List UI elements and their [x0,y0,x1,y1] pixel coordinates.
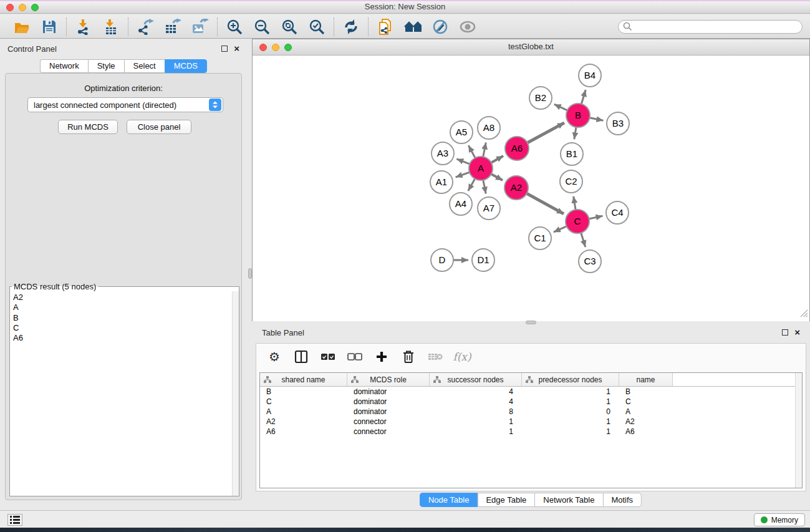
result-item[interactable]: A2 [11,293,231,302]
table-cell[interactable]: connector [347,417,430,427]
tab-style[interactable]: Style [88,59,124,73]
table-cell[interactable]: A6 [619,427,673,437]
mcds-result-legend: MCDS result (5 nodes) [12,282,98,291]
export-network-icon[interactable] [137,18,154,36]
table-cell[interactable]: 1 [522,387,619,397]
column-header-successor-nodes[interactable]: successor nodes [430,373,522,386]
memory-button[interactable]: Memory [754,513,805,526]
tab-node-table[interactable]: Node Table [420,493,478,507]
import-network-icon[interactable] [75,18,92,36]
zoom-fit-icon[interactable] [281,18,298,36]
table-cell[interactable]: B [260,387,347,397]
zoom-selected-icon[interactable] [308,18,325,36]
table-cell[interactable]: 1 [430,417,522,427]
table-cell[interactable]: 1 [522,417,619,427]
table-cell[interactable]: 1 [522,427,619,437]
export-image-icon[interactable] [191,18,209,36]
save-session-icon[interactable] [41,18,58,36]
table-row[interactable]: Bdominator41B [260,387,802,397]
zoom-out-icon[interactable] [253,18,271,36]
tab-edge-table[interactable]: Edge Table [477,493,534,507]
window-resize-grip[interactable] [800,309,808,319]
tab-network[interactable]: Network [40,59,88,73]
table-row[interactable]: A6connector11A6 [260,427,802,437]
export-table-icon[interactable] [164,18,181,36]
search-field[interactable] [618,20,803,34]
column-header-MCDS-role[interactable]: MCDS role [347,373,430,386]
refresh-icon[interactable] [342,18,360,36]
birds-eye-view-icon[interactable] [459,18,476,36]
table-cell[interactable]: 4 [430,397,522,407]
minimize-network-button[interactable] [272,44,279,51]
table-cell[interactable]: 1 [522,397,619,407]
float-table-panel-icon[interactable] [782,329,788,336]
import-table-icon[interactable] [102,18,120,36]
vertical-split-handle[interactable] [248,268,252,279]
close-panel-button[interactable]: Close panel [127,120,191,134]
delete-row-icon[interactable] [400,349,417,365]
table-cell[interactable]: A [260,407,347,417]
result-item[interactable]: A6 [11,333,231,343]
zoom-network-button[interactable] [284,44,292,51]
select-all-icon[interactable] [320,349,336,365]
table-row[interactable]: Cdominator41C [260,397,802,407]
table-row[interactable]: A2connector11A2 [260,417,802,427]
graph-node-label-A8: A8 [483,122,494,133]
add-row-icon[interactable] [374,349,390,365]
tab-mcds[interactable]: MCDS [165,59,207,73]
table-cell[interactable]: C [619,397,673,407]
tab-select[interactable]: Select [124,59,165,73]
delete-table-icon[interactable] [427,349,443,365]
deselect-all-icon[interactable] [347,349,363,365]
table-cell[interactable]: 8 [430,407,522,417]
table-cell[interactable]: A6 [260,427,347,437]
zoom-in-icon[interactable] [226,18,243,36]
tab-network-table[interactable]: Network Table [534,493,602,507]
criterion-dropdown[interactable]: largest connected component (directed) [27,97,223,112]
home-icon[interactable] [404,18,422,36]
column-layout-icon[interactable] [293,349,309,365]
column-header-shared-name[interactable]: shared name [260,373,347,386]
new-network-from-selection-icon[interactable] [377,18,394,36]
close-network-button[interactable] [259,44,267,51]
table-cell[interactable]: A [619,407,673,417]
table-cell[interactable]: 0 [522,407,619,417]
table-settings-icon[interactable]: ⚙ [266,349,282,365]
minimize-window-button[interactable] [19,4,26,11]
window-controls [6,4,39,11]
result-scrollbar[interactable] [232,291,239,496]
table-cell[interactable]: B [619,387,673,397]
table-scrollbar[interactable] [795,373,802,488]
table-cell[interactable]: C [260,397,347,407]
mcds-result-list[interactable]: A2ABCA6 [11,293,231,495]
run-mcds-button[interactable]: Run MCDS [58,120,118,134]
table-cell[interactable]: A2 [260,417,347,427]
result-item[interactable]: A [11,302,231,312]
table-cell[interactable]: dominator [347,397,430,407]
open-session-icon[interactable] [13,18,31,36]
column-header-predecessor-nodes[interactable]: predecessor nodes [522,373,619,386]
table-cell[interactable]: 4 [430,387,522,397]
network-graph-canvas[interactable]: AA1A2A3A4A5A6A7A8BB1B2B3B4CC1C2C3C4DD1 [253,56,809,321]
table-cell[interactable]: dominator [347,387,430,397]
table-row[interactable]: Adominator80A [260,407,802,417]
zoom-window-button[interactable] [31,4,39,11]
search-input[interactable] [632,22,798,31]
function-builder-icon[interactable]: f(x) [454,349,470,365]
column-header-name[interactable]: name [619,373,673,386]
table-cell[interactable]: 1 [430,427,522,437]
task-history-button[interactable] [7,514,22,526]
network-title-bar: testGlobe.txt [253,39,809,56]
float-panel-icon[interactable] [221,46,228,52]
tab-motifs[interactable]: Motifs [602,493,642,507]
close-table-panel-icon[interactable]: × [794,329,800,336]
table-cell[interactable]: connector [347,427,430,437]
close-window-button[interactable] [6,4,14,11]
result-item[interactable]: C [11,323,231,333]
close-panel-icon[interactable]: × [234,46,239,52]
toggle-graphics-details-icon[interactable] [432,18,449,36]
list-icon [10,516,20,524]
result-item[interactable]: B [11,313,231,323]
table-cell[interactable]: A2 [619,417,673,427]
table-cell[interactable]: dominator [347,407,430,417]
